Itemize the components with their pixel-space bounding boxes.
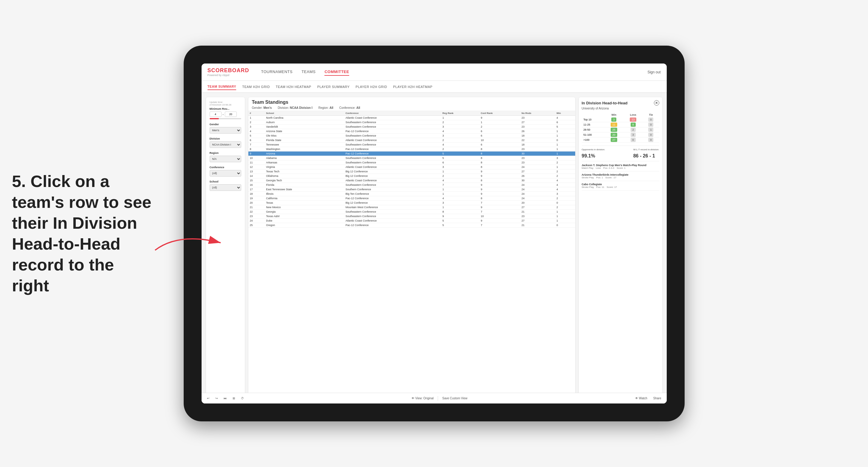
annotation-text: 5. Click on a team's row to see their In… [12,171,155,296]
options-button[interactable]: ⊞ [231,396,237,401]
filter-division: Division NCAA Division I [210,137,241,148]
watch-button[interactable]: 👁 Watch [633,396,649,401]
standings-table-scroll[interactable]: # School Conference Reg Rank Conf Rank N… [248,111,575,227]
h2h-row: >100 27 0 0 [582,137,659,143]
table-row[interactable]: 11 Arkansas Southeastern Conference 6 8 … [248,160,575,165]
school-label: School [210,180,241,183]
table-row[interactable]: 24 Duke Atlantic Coast Conference 5 9 27… [248,219,575,223]
sub-nav: TEAM SUMMARY TEAM H2H GRID TEAM H2H HEAT… [202,81,667,93]
table-row[interactable]: 6 Florida State Atlantic Coast Conferenc… [248,138,575,143]
main-content: Update time: 27/03/2024 15:56:26 Minimum… [202,93,667,403]
wlt-label: W-L-T record in-division: [633,148,659,151]
h2h-close-button[interactable]: ✕ [654,100,659,105]
sub-nav-team-h2h-heatmap[interactable]: TEAM H2H HEATMAP [276,84,311,90]
h2h-row: 51-100 20 3 0 [582,132,659,137]
table-row[interactable]: 13 Texas Tech Big 12 Conference 1 9 27 2 [248,169,575,174]
redo-button[interactable]: ↪ [214,396,219,401]
h2h-col-loss: Loss [623,113,643,117]
nav-committee[interactable]: COMMITTEE [324,68,349,76]
table-row[interactable]: 19 California Pac-12 Conference 4 8 24 2 [248,196,575,201]
col-reg-rank: Reg Rank [441,111,479,116]
view-original-button[interactable]: 👁 View: Original [410,396,436,401]
logo-powered: Powered by clippd [208,74,249,76]
rounds-slider-fill [210,118,219,119]
table-row[interactable]: 4 Arizona State Pac-12 Conference 4 6 26… [248,129,575,134]
sub-nav-team-h2h-grid[interactable]: TEAM H2H GRID [242,84,270,90]
table-row[interactable]: 9 Arizona Pac-12 Conference 5 8 30 1 [248,152,575,156]
division-select[interactable]: NCAA Division I [210,142,241,148]
eye-icon: 👁 [411,397,414,400]
table-row[interactable]: 2 Auburn Southeastern Conference 2 1 27 … [248,120,575,125]
sub-nav-player-h2h-heatmap[interactable]: PLAYER H2H HEATMAP [393,84,432,90]
sub-nav-player-summary[interactable]: PLAYER SUMMARY [317,84,350,90]
table-row[interactable]: 18 Illinois Big Ten Conference 1 9 24 3 [248,192,575,196]
division-label: Division [210,137,241,140]
h2h-title: In Division Head-to-Head ✕ [582,100,659,105]
wlt-record: 86 - 26 - 1 [633,153,659,159]
outer-background: 5. Click on a team's row to see their In… [0,0,868,467]
filter-conference: Conference (All) [210,166,241,177]
tournament-list: Jackson T. Stephens Cup Men's Match-Play… [582,164,659,191]
col-no-rnds: No Rnds [520,111,555,116]
table-row[interactable]: 8 Washington Pac-12 Conference 2 8 23 1 [248,147,575,152]
school-select[interactable]: (All) [210,184,241,191]
min-rounds-min-input[interactable] [210,112,221,117]
table-row[interactable]: 15 Georgia Tech Atlantic Coast Conferenc… [248,178,575,183]
clock-icon[interactable]: ⏱ [239,396,246,401]
conference-select[interactable]: (All) [210,170,241,177]
standings-panel: Team Standings Gender: Men's Division: N… [248,97,575,399]
logo-area: SCOREBOARD Powered by clippd [208,67,249,76]
h2h-divider [582,146,659,146]
region-select[interactable]: N/A [210,156,241,162]
save-custom-button[interactable]: Save Custom View [440,396,469,401]
filter-gender: Gender Men's [210,123,241,134]
h2h-row: 26-50 25 2 1 [582,127,659,132]
share-button[interactable]: Share [652,396,663,401]
col-school: School [265,111,344,116]
table-row[interactable]: 20 Texas Big 12 Conference 3 7 20 0 [248,201,575,205]
col-win: Win [555,111,575,116]
rounds-slider[interactable] [210,118,241,119]
sub-nav-team-summary[interactable]: TEAM SUMMARY [208,84,237,90]
h2h-col-tie: Tie [643,113,659,117]
undo-button[interactable]: ↩ [205,396,211,401]
step-back-button[interactable]: ⏮ [222,396,228,401]
conference-label: Conference [210,166,241,169]
table-row[interactable]: 5 Ole Miss Southeastern Conference 3 6 1… [248,134,575,138]
filter-school: School (All) [210,180,241,191]
tablet-frame: SCOREBOARD Powered by clippd TOURNAMENTS… [184,45,685,422]
gender-label: Gender [210,123,241,126]
toolbar-sep1 [438,396,438,401]
opponents-pct: 99.1% [582,153,605,159]
tournament-row: Jackson T. Stephens Cup Men's Match-Play… [582,164,659,172]
table-row[interactable]: 7 Tennessee Southeastern Conference 4 6 … [248,143,575,147]
tournament-row: Arizona Thunderbirds Intercollegiate Str… [582,173,659,181]
gender-select[interactable]: Men's [210,127,241,134]
h2h-row: 11-25 11 8 0 [582,122,659,127]
min-rounds-max-input[interactable] [225,112,237,117]
annotation-arrow [149,226,232,262]
table-row[interactable]: 17 East Tennessee State Southern Confere… [248,187,575,192]
nav-teams[interactable]: TEAMS [302,68,315,76]
table-row[interactable]: 16 Florida Southeastern Conference 7 9 2… [248,183,575,187]
table-row[interactable]: 1 North Carolina Atlantic Coast Conferen… [248,116,575,120]
table-row[interactable]: 25 Oregon Pac-12 Conference 5 7 21 0 [248,223,575,227]
h2h-table: Win Loss Tie Top 10 3 13 0 11-25 11 8 0 … [582,113,659,143]
sign-out-button[interactable]: Sign out [647,70,660,74]
table-row[interactable]: 21 New Mexico Mountain West Conference 1… [248,205,575,210]
table-row[interactable]: 22 Georgia Southeastern Conference 8 7 2… [248,210,575,214]
watch-icon: 👁 [635,397,638,400]
filter-region: Region N/A [210,152,241,162]
nav-tournaments[interactable]: TOURNAMENTS [261,68,293,76]
sub-nav-player-h2h-grid[interactable]: PLAYER H2H GRID [356,84,388,90]
table-row[interactable]: 23 Texas A&M Southeastern Conference 9 1… [248,214,575,219]
table-row[interactable]: 10 Alabama Southeastern Conference 5 8 2… [248,156,575,160]
h2h-record-row: Opponents in division: 99.1% W-L-T recor… [582,148,659,159]
table-row[interactable]: 14 Oklahoma Big 12 Conference 2 9 26 2 [248,174,575,178]
region-label: Region [210,152,241,154]
table-row[interactable]: 3 Vanderbilt Southeastern Conference 3 2… [248,125,575,129]
tournament-row: Cabo Collegiate Stroke Play Pos: 11 Scor… [582,183,659,191]
bottom-toolbar: ↩ ↪ ⏮ ⊞ ⏱ 👁 View: Original Save Custom V… [202,393,667,403]
h2h-divider2 [582,161,659,161]
table-row[interactable]: 12 Virginia Atlantic Coast Conference 3 … [248,165,575,169]
